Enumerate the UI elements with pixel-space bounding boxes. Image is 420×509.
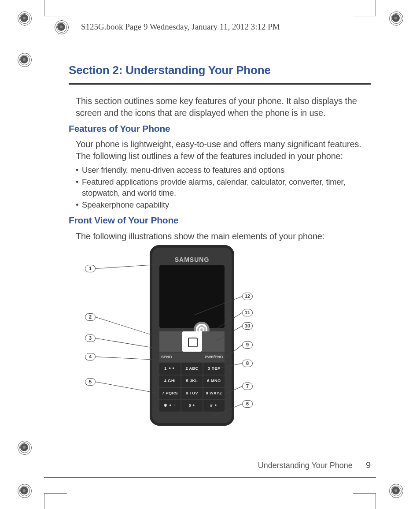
callout-label-9: 9 bbox=[242, 341, 253, 349]
callout-leader bbox=[96, 357, 157, 360]
left-softkey bbox=[159, 331, 182, 352]
keypad-key: 2 ABC bbox=[181, 363, 203, 375]
crop-mark bbox=[44, 16, 67, 16]
keypad-key: 0 + bbox=[181, 400, 203, 412]
phone-diagram: SAMSUNG SEND PWR/END 1 ⚬⚬2 ABC3 DEF4 GHI… bbox=[92, 245, 339, 439]
front-view-intro: The following illustrations show the mai… bbox=[69, 230, 371, 242]
keypad-key: 8 TUV bbox=[181, 388, 203, 399]
bullet-icon: • bbox=[76, 200, 82, 211]
page-rule bbox=[44, 477, 376, 478]
registration-mark-icon bbox=[18, 11, 31, 25]
section-heading: Section 2: Understanding Your Phone bbox=[69, 63, 371, 77]
callout-label-10: 10 bbox=[242, 322, 253, 330]
bullet-icon: • bbox=[76, 165, 82, 176]
nav-ok-key bbox=[182, 331, 202, 352]
callout-leader bbox=[96, 264, 156, 269]
keypad-key: 6 MNO bbox=[203, 375, 225, 387]
crop-mark bbox=[376, 0, 376, 16]
bullet-item: •Speakerphone capability bbox=[69, 200, 371, 211]
keypad-key: 5 JKL bbox=[181, 375, 203, 387]
bullet-item: •User friendly, menu-driven access to fe… bbox=[69, 165, 371, 176]
phone-illustration: SAMSUNG SEND PWR/END 1 ⚬⚬2 ABC3 DEF4 GHI… bbox=[150, 245, 234, 426]
phone-keypad: 1 ⚬⚬2 ABC3 DEF4 GHI5 JKL6 MNO7 PQRS8 TUV… bbox=[159, 363, 225, 412]
bullet-icon: • bbox=[76, 177, 82, 199]
callout-label-6: 6 bbox=[242, 400, 253, 408]
footer-section-name: Understanding Your Phone bbox=[258, 461, 353, 470]
keypad-key: 9 WXYZ bbox=[203, 388, 225, 399]
features-heading: Features of Your Phone bbox=[69, 123, 371, 135]
callout-label-11: 11 bbox=[242, 309, 253, 316]
registration-mark-icon bbox=[18, 53, 31, 66]
page-footer: Understanding Your Phone 9 bbox=[69, 460, 371, 470]
keypad-key: 4 GHI bbox=[159, 375, 181, 387]
registration-mark-icon bbox=[18, 441, 31, 454]
keypad-key: ✱ ⚬ ↑ bbox=[159, 400, 181, 412]
send-key-label: SEND bbox=[159, 353, 192, 362]
footer-page-number: 9 bbox=[366, 460, 371, 470]
callout-label-8: 8 bbox=[242, 360, 253, 367]
callout-leader bbox=[96, 338, 157, 349]
crop-mark bbox=[353, 493, 376, 494]
right-softkey bbox=[202, 331, 225, 352]
bullet-text: Speakerphone capability bbox=[82, 200, 371, 211]
phone-screen bbox=[159, 265, 225, 328]
callout-label-5: 5 bbox=[85, 378, 96, 386]
callout-label-12: 12 bbox=[242, 293, 253, 300]
heading-rule bbox=[69, 83, 371, 85]
keypad-key: 1 ⚬⚬ bbox=[159, 363, 181, 375]
registration-mark-icon bbox=[18, 484, 31, 497]
phone-brand-label: SAMSUNG bbox=[150, 256, 234, 264]
callout-label-4: 4 bbox=[85, 353, 96, 360]
crop-mark bbox=[44, 493, 67, 494]
phone-send-end-row: SEND PWR/END bbox=[159, 353, 225, 362]
keypad-key: # ⚬ bbox=[203, 400, 225, 412]
intro-paragraph: This section outlines some key features … bbox=[69, 95, 371, 119]
registration-mark-icon bbox=[389, 11, 402, 25]
crop-mark bbox=[44, 0, 44, 16]
bullet-item: •Featured applications provide alarms, c… bbox=[69, 177, 371, 199]
end-key-label: PWR/END bbox=[192, 353, 225, 362]
callout-leader bbox=[96, 317, 154, 336]
book-page-tag: S125G.book Page 9 Wednesday, January 11,… bbox=[81, 22, 280, 32]
crop-mark bbox=[376, 493, 376, 509]
registration-mark-icon bbox=[389, 484, 402, 497]
callout-label-7: 7 bbox=[242, 383, 253, 390]
features-intro: Your phone is lightweight, easy-to-use a… bbox=[69, 138, 371, 162]
page-rule bbox=[44, 32, 376, 32]
bullet-text: Featured applications provide alarms, ca… bbox=[82, 177, 371, 199]
callout-label-1: 1 bbox=[85, 265, 96, 272]
callout-label-3: 3 bbox=[85, 334, 96, 342]
callout-label-2: 2 bbox=[85, 313, 96, 321]
crop-mark bbox=[44, 493, 44, 509]
bullet-text: User friendly, menu-driven access to fea… bbox=[82, 165, 371, 176]
keypad-key: 7 PQRS bbox=[159, 388, 181, 399]
crop-mark bbox=[353, 16, 376, 16]
phone-softkey-row bbox=[159, 331, 225, 352]
callout-leader bbox=[96, 382, 158, 394]
front-view-heading: Front View of Your Phone bbox=[69, 214, 371, 227]
